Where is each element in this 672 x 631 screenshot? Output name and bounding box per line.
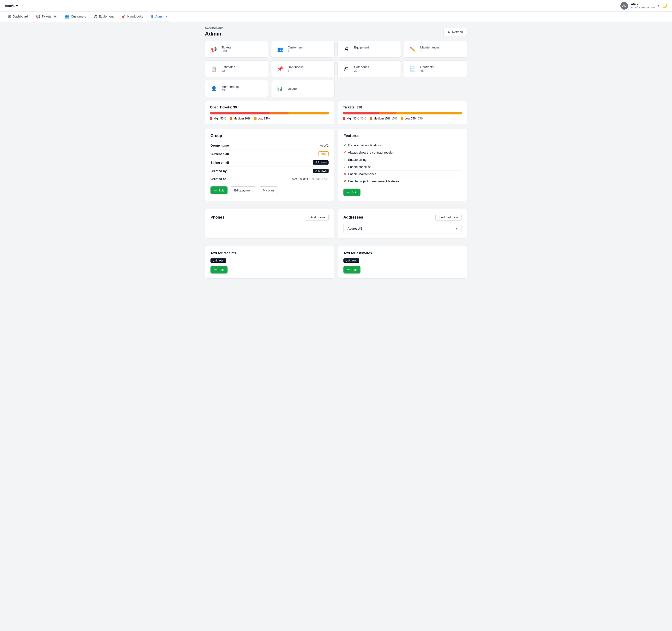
- group-edit-button[interactable]: ✏ Edit: [211, 187, 227, 194]
- group-billing-row: Billing email Unknown: [211, 159, 329, 167]
- page-title-text: Admin: [205, 31, 223, 37]
- account-selector[interactable]: Acc#1 ▾: [5, 4, 18, 8]
- legend-medium: Medium 16%: [230, 117, 250, 120]
- text-estimates-badge: Unknown: [343, 259, 359, 263]
- group-edit-label: Edit: [218, 189, 224, 192]
- open-tickets-title: Open Tickets: 30: [210, 105, 329, 109]
- stat-card-categories[interactable]: 🏷 Categories 29: [337, 60, 401, 77]
- nav-item-tickets[interactable]: 📢 Tickets 0: [32, 11, 61, 22]
- contracts-stat-info: Contracts 45: [420, 65, 434, 72]
- categories-stat-value: 29: [354, 69, 369, 72]
- stat-card-maintenances[interactable]: ✏️ Maintenances 11: [404, 41, 467, 57]
- all-legend-low: Low 55% 55%: [401, 117, 423, 120]
- check-icon-checklist: ✓: [343, 165, 346, 169]
- all-legend-high: High 30% 30%: [343, 117, 366, 120]
- open-high-bar: [210, 112, 269, 115]
- stat-card-customers[interactable]: 👥 Customers 13: [271, 41, 335, 57]
- stat-card-tickets[interactable]: 📢 Tickets 330: [205, 41, 268, 57]
- nav-item-handbooks[interactable]: 📌 Handbooks: [118, 11, 146, 22]
- equipment-nav-icon: 🖨: [94, 15, 97, 19]
- legend-high: High 50%: [210, 117, 226, 120]
- user-menu-chevron[interactable]: ▾: [657, 4, 659, 7]
- all-legend-high-val: 30%: [360, 117, 366, 120]
- group-section: Group Group name Acc#1 Current plan Free…: [205, 128, 334, 201]
- all-tickets-chart: Tickets: 330 High 30% 30% Medium 15% 15%: [338, 101, 467, 125]
- group-created-by-val: Unknown: [313, 169, 329, 173]
- add-address-button[interactable]: + Add address: [435, 214, 461, 221]
- equipment-stat-icon: 🖨: [342, 45, 351, 53]
- group-plan-badge: Free: [318, 151, 329, 156]
- customers-stat-icon: 👥: [276, 45, 284, 53]
- topbar: Acc#1 ▾ AL Alice alice@example.com ▾ 🌙: [0, 0, 672, 11]
- topbar-right: AL Alice alice@example.com ▾ 🌙: [620, 2, 667, 9]
- customers-stat-value: 13: [288, 49, 303, 53]
- user-name: Alice: [631, 2, 655, 6]
- phones-list: [211, 224, 329, 233]
- addresses-list: Address#1 ▾: [343, 224, 461, 234]
- feature-enable-billing: ✓ Enable billing: [343, 156, 461, 163]
- feature-label-checklist: Enable checklist: [348, 165, 370, 169]
- stat-card-equipment[interactable]: 🖨 Equipment 19: [337, 41, 401, 57]
- group-edit-payment-button[interactable]: Edit payment: [230, 187, 256, 194]
- main-nav: ⊞ Dashboard 📢 Tickets 0 👥 Customers 🖨 Eq…: [0, 11, 672, 22]
- features-title: Features: [343, 134, 461, 138]
- theme-toggle[interactable]: 🌙: [662, 3, 667, 8]
- nav-item-customers[interactable]: 👥 Customers: [62, 11, 89, 22]
- memberships-stat-value: 43: [221, 89, 240, 92]
- add-phone-button[interactable]: + Add phone: [305, 214, 329, 221]
- features-edit-button[interactable]: ✏ Edit: [343, 189, 360, 196]
- phones-addresses-row: Phones + Add phone Addresses + Add addre…: [205, 209, 467, 242]
- addresses-title: Addresses: [343, 215, 363, 220]
- dashboard-icon: ⊞: [8, 15, 11, 19]
- address-item-1[interactable]: Address#1 ▾: [343, 224, 461, 234]
- group-plan-key: Current plan: [211, 152, 229, 156]
- memberships-stat-icon: 👤: [210, 84, 218, 93]
- all-legend-medium: Medium 15% 15%: [370, 117, 397, 120]
- feature-label-maintenance: Enable Maintenance: [348, 172, 377, 176]
- customers-nav-icon: 👥: [65, 15, 69, 19]
- equipment-stat-info: Equipment 19: [354, 46, 369, 53]
- stats-grid: 📢 Tickets 330 👥 Customers 13 🖨 Equipment…: [205, 41, 467, 97]
- breadcrumb: DASHBOARD: [205, 27, 223, 30]
- x-icon-maintenance: ✕: [343, 172, 346, 176]
- stat-card-memberships[interactable]: 👤 Memberships 43: [205, 80, 268, 97]
- legend-low-dot: [254, 117, 257, 120]
- customers-stat-label: Customers: [288, 46, 303, 49]
- group-billing-key: Billing email: [211, 161, 229, 164]
- group-my-plan-button[interactable]: My plan: [259, 187, 278, 194]
- contracts-stat-value: 45: [420, 69, 434, 72]
- group-created-at-row: Created at 2024-09-05T01:18:41.873Z: [211, 175, 329, 183]
- all-tickets-legend: High 30% 30% Medium 15% 15% Low 55% 55%: [343, 117, 462, 120]
- avatar: AL: [620, 2, 628, 9]
- stat-card-usage[interactable]: 📊 Usage: [271, 80, 335, 97]
- nav-label-dashboard: Dashboard: [13, 15, 28, 18]
- usage-stat-info: Usage: [288, 87, 297, 91]
- feature-force-email: ✓ Force email notifications: [343, 142, 461, 149]
- estimates-stat-label: Estimates: [221, 65, 235, 69]
- text-estimates-edit-button[interactable]: ✏ Edit: [343, 266, 360, 273]
- check-icon-billing: ✓: [343, 158, 346, 162]
- text-receipts-edit-icon: ✏: [214, 268, 217, 272]
- nav-item-equipment[interactable]: 🖨 Equipment: [90, 11, 117, 22]
- phones-header: Phones + Add phone: [211, 214, 329, 221]
- memberships-stat-info: Memberships 43: [221, 85, 240, 92]
- equipment-stat-value: 19: [354, 49, 369, 53]
- refresh-button[interactable]: ↻ Refresh: [443, 28, 467, 36]
- group-title: Group: [211, 134, 329, 138]
- text-receipts-edit-button[interactable]: ✏ Edit: [211, 266, 227, 273]
- addresses-header: Addresses + Add address: [343, 214, 461, 221]
- legend-high-dot: [210, 117, 212, 120]
- group-name-val: Acc#1: [320, 144, 329, 147]
- text-receipts-section: Text for receipts Unknown ✏ Edit: [205, 246, 334, 278]
- stat-card-contracts[interactable]: 📄 Contracts 45: [404, 60, 467, 77]
- group-billing-val: Unknown: [313, 160, 329, 165]
- nav-item-dashboard[interactable]: ⊞ Dashboard: [5, 11, 31, 22]
- group-name-row: Group name Acc#1: [211, 142, 329, 149]
- stat-card-handbooks[interactable]: 📌 Handbooks 8: [271, 60, 335, 77]
- text-receipts-badge: Unknown: [211, 259, 226, 263]
- x-icon-project-mgmt: ✕: [343, 179, 346, 183]
- stat-card-estimates[interactable]: 📋 Estimates 22: [205, 60, 268, 77]
- legend-low-label: Low 34%: [258, 117, 269, 120]
- user-info: Alice alice@example.com: [631, 2, 655, 9]
- nav-item-admin[interactable]: ⚙ Admin ▾: [147, 11, 170, 22]
